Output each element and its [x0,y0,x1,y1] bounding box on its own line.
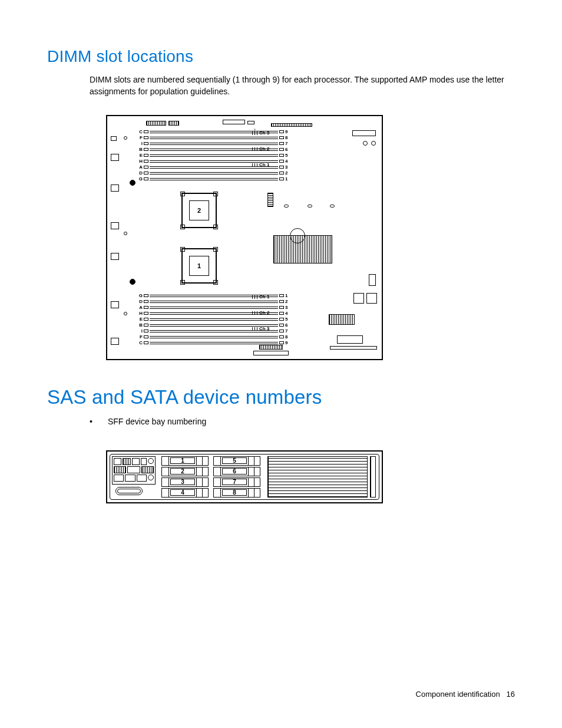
bay-number: 6 [222,468,247,475]
dimm-number: 9 [285,129,290,134]
edge-slot [111,301,119,308]
connector [366,293,377,304]
dimm-letter: C [137,129,143,134]
dimm-letter: I [137,328,143,334]
hole-icon [124,136,127,140]
cpu-socket-1: 1 [181,248,217,284]
edge-slot [111,222,119,229]
channel-label: Ch 1 [259,162,269,167]
dimm-letter: B [137,322,143,328]
vga-port-icon [115,487,143,495]
connector [353,293,364,304]
connector [146,121,166,126]
dimm-letter: C [137,340,143,345]
drive-bay: 7 [213,477,260,487]
dimm-letter: D [137,170,143,176]
bay-number: 8 [222,489,247,496]
dimm-number: 4 [285,159,290,164]
dimm-letter: A [137,164,143,170]
connector [337,335,363,344]
dimm-number: 3 [285,164,290,170]
dimm-letter: H [137,159,143,164]
dimm-number: 6 [285,322,290,328]
channel-label: Ch 3 [259,130,269,136]
connector [168,121,179,126]
hole-icon [124,232,127,235]
heading-sas-sata-device-numbers: SAS and SATA device numbers [47,386,515,409]
connector [330,346,377,350]
dimm-number: 2 [285,170,290,176]
paragraph-dimm-intro: DIMM slots are numbered sequentially (1 … [90,74,509,97]
drive-bay: 1 [161,456,209,466]
bay-number: 7 [222,479,247,485]
connector [352,130,376,136]
drive-bay: 4 [161,488,209,498]
drive-bay: 3 [161,477,209,487]
channel-label: Ch 1 [259,294,269,299]
bullet-sff-numbering: • SFF device bay numbering [90,417,515,427]
bay-number: 4 [170,489,195,496]
connector [369,274,376,286]
connector [253,351,289,355]
hole-icon [124,312,127,315]
drive-bay-column-2: 5 6 7 8 [213,456,260,498]
footer-page-number: 16 [507,690,515,699]
dimm-letter: D [137,299,143,304]
drive-bay: 2 [161,467,209,476]
connector [267,193,273,207]
edge-slot [111,154,119,161]
dimm-letter: I [137,141,143,146]
drive-bay: 8 [213,488,260,498]
dimm-letter: H [137,311,143,316]
dimm-number: 4 [285,311,290,316]
dimm-letter: B [137,147,143,152]
heading-dimm-slot-locations: DIMM slot locations [47,47,515,66]
dimm-number: 8 [285,334,290,340]
standoff-icon [130,279,135,285]
drive-bay-column-1: 1 2 3 4 [161,456,209,498]
hole-icon [284,205,289,207]
dimm-number: 6 [285,147,290,152]
dimm-letter: E [137,317,143,322]
connector [271,123,312,127]
hole-icon [363,141,368,146]
dimm-number: 1 [285,293,290,298]
dimm-letter: F [137,334,143,340]
hole-icon [371,141,376,146]
grille-edge [370,456,376,498]
channel-label: Ch 3 [259,326,269,331]
dimm-number: 3 [285,305,290,310]
grille-panel [267,456,368,498]
dimm-number: 8 [285,135,290,140]
connector [247,121,254,124]
bay-number: 5 [222,457,247,464]
hole-icon [308,205,312,207]
dimm-number: 9 [285,340,290,345]
drive-bay: 6 [213,467,260,476]
footer-section: Component identification [416,690,500,699]
bay-number: 2 [170,468,195,475]
dimm-letter: E [137,153,143,158]
dimm-number: 7 [285,141,290,146]
bay-number: 3 [170,479,195,485]
cpu-socket-2: 2 [181,193,217,228]
dimm-letter: F [137,135,143,140]
cpu-number: 2 [189,200,209,220]
channel-label: Ch 2 [259,146,269,151]
figure-motherboard-diagram: ↑ C9 F8 I7 B6 E5 H4 A3 D2 G1 Ch 3 Ch 2 [106,115,383,360]
drive-bay: 5 [213,456,260,466]
connector [223,120,245,124]
bullet-text: SFF device bay numbering [108,417,206,426]
dimm-number: 7 [285,328,290,334]
dimm-number: 1 [285,176,290,182]
cpu-number: 1 [189,256,209,276]
dimm-number: 5 [285,153,290,158]
hole-icon [111,136,117,141]
connector [329,314,355,325]
dimm-number: 2 [285,299,290,304]
page-footer: Component identification 16 [416,690,515,699]
channel-labels-bottom: Ch 1 Ch 2 Ch 3 [252,294,269,331]
edge-slot [111,338,119,345]
edge-slot [111,253,119,260]
channel-labels-top: Ch 3 Ch 2 Ch 1 [252,130,269,167]
